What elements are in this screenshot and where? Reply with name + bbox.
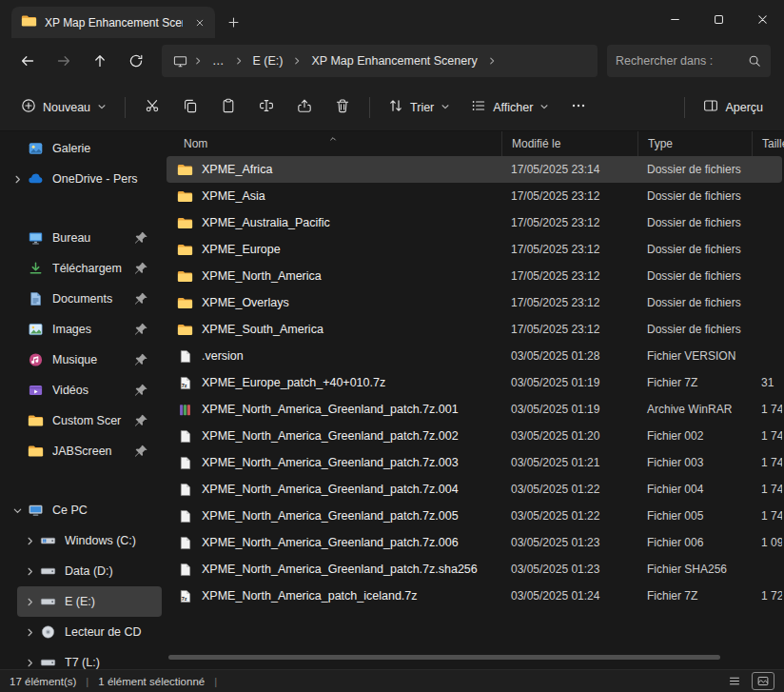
file-name: XPME_South_America [202, 323, 323, 336]
file-type: Dossier de fichiers [637, 216, 752, 229]
close-button[interactable] [740, 0, 784, 38]
chevron-down-icon[interactable] [10, 505, 26, 516]
search-box[interactable] [607, 45, 771, 77]
sidebar-item-t7-l[interactable]: T7 (L:) [17, 647, 162, 669]
file-name: XPME_Africa [202, 163, 272, 176]
file-row[interactable]: 7zXPME_Europe_patch_+40+010.7z03/05/2025… [167, 369, 782, 396]
file-name: XPME_North_America_Greenland_patch.7z.00… [202, 456, 459, 469]
sidebar-item-vid-os[interactable]: Vidéos [5, 375, 162, 405]
maximize-button[interactable] [696, 0, 740, 38]
breadcrumb-ellipsis[interactable]: … [206, 49, 231, 72]
new-button[interactable]: Nouveau [11, 90, 116, 125]
chevron-right-icon[interactable] [10, 174, 26, 185]
sidebar-item-e-e[interactable]: E (E:) [17, 586, 162, 617]
view-list-icon [471, 98, 486, 116]
sidebar-item-images[interactable]: Images [5, 314, 162, 345]
column-header-size[interactable]: Taille [752, 131, 784, 156]
navigation-bar: … E (E:) XP Map Enhancement Scenery [0, 38, 784, 84]
forward-button[interactable] [46, 44, 82, 78]
minimize-button[interactable] [653, 0, 696, 38]
chevron-right-icon[interactable] [22, 566, 38, 577]
delete-button[interactable] [324, 90, 361, 125]
file-row[interactable]: XPME_North_America_Greenland_patch.7z.00… [167, 476, 782, 503]
file-area: Nom Modifié le Type Taille XPME_Africa17… [167, 131, 784, 669]
address-bar[interactable]: … E (E:) XP Map Enhancement Scenery [162, 45, 598, 77]
sidebar-item-bureau[interactable]: Bureau [5, 223, 162, 253]
sidebar-item-ce-pc[interactable]: Ce PC [5, 495, 162, 525]
sidebar-group: BureauTéléchargemDocumentsImagesMusiqueV… [0, 223, 167, 466]
pin-icon [131, 230, 150, 246]
explorer-tab[interactable]: XP Map Enhancement Scenery [11, 7, 215, 38]
horizontal-scrollbar[interactable] [168, 655, 720, 660]
file-name-cell: XPME_Australia_Pacific [167, 216, 501, 230]
cut-button[interactable] [134, 90, 170, 125]
file-row[interactable]: XPME_North_America_Greenland_patch.7z.00… [167, 529, 782, 556]
paste-button[interactable] [210, 90, 246, 125]
more-options-button[interactable] [560, 90, 597, 125]
file-row[interactable]: 7zXPME_North_America_patch_iceland.7z03/… [167, 583, 782, 609]
sidebar-item-data-d[interactable]: Data (D:) [17, 556, 162, 586]
sidebar-item-label: E (E:) [65, 595, 158, 608]
file-type: Fichier 002 [637, 429, 752, 443]
new-tab-button[interactable] [219, 8, 247, 36]
pin-icon [131, 444, 150, 459]
sidebar-item-galerie[interactable]: Galerie [5, 133, 162, 164]
sort-button-label: Trier [410, 101, 434, 114]
sidebar-item-lecteur-de-cd[interactable]: Lecteur de CD [17, 617, 162, 647]
sidebar-item-documents[interactable]: Documents [5, 284, 162, 314]
rename-button[interactable] [248, 90, 284, 125]
file-row[interactable]: XPME_Overlays17/05/2025 23:12Dossier de … [167, 289, 782, 316]
file-name-cell: XPME_North_America [167, 269, 501, 284]
file-row[interactable]: .version03/05/2025 01:28Fichier VERSION [167, 343, 782, 369]
breadcrumb-folder[interactable]: XP Map Enhancement Scenery [304, 49, 483, 72]
search-input[interactable] [616, 54, 747, 68]
details-view-button[interactable] [723, 672, 746, 690]
view-button[interactable]: Afficher [461, 90, 559, 125]
sidebar-item-custom-scer[interactable]: Custom Scer [5, 405, 162, 436]
tab-title: XP Map Enhancement Scenery [45, 16, 183, 30]
copy-button[interactable] [172, 90, 208, 125]
chevron-right-icon[interactable] [22, 658, 38, 668]
sort-button[interactable]: Trier [379, 90, 460, 125]
up-button[interactable] [82, 44, 118, 78]
preview-button[interactable]: Aperçu [694, 90, 773, 125]
share-button[interactable] [286, 90, 323, 125]
file-row[interactable]: XPME_North_America_Greenland_patch.7z.00… [167, 503, 782, 529]
file-row[interactable]: XPME_Africa17/05/2025 23:14Dossier de fi… [167, 156, 782, 183]
column-header-name[interactable]: Nom [167, 131, 501, 156]
file-row[interactable]: XPME_Europe17/05/2025 23:12Dossier de fi… [167, 236, 782, 263]
large-icons-view-button[interactable] [752, 672, 774, 690]
breadcrumb-drive[interactable]: E (E:) [246, 49, 290, 72]
tab-close-icon[interactable] [190, 13, 209, 32]
file-row[interactable]: XPME_North_America_Greenland_patch.7z.00… [167, 423, 782, 449]
sidebar-item-windows-c[interactable]: Windows (C:) [17, 525, 162, 556]
sidebar-item-t-l-chargem[interactable]: Téléchargem [5, 253, 162, 284]
chevron-right-icon[interactable] [22, 536, 38, 546]
chevron-right-icon[interactable] [22, 597, 38, 607]
sort-ascending-icon [328, 132, 338, 146]
file-row[interactable]: XPME_Asia17/05/2025 23:12Dossier de fich… [167, 183, 782, 209]
file-name: XPME_North_America_Greenland_patch.7z.00… [202, 429, 459, 443]
chevron-right-icon[interactable] [22, 627, 38, 638]
file-row[interactable]: XPME_North_America17/05/2025 23:12Dossie… [167, 263, 782, 289]
folder-icon [21, 14, 37, 30]
sidebar-item-jabscreen[interactable]: JABScreen [5, 436, 162, 466]
column-header-modified[interactable]: Modifié le [501, 131, 637, 156]
file-type: Dossier de fichiers [637, 163, 752, 176]
file-row[interactable]: XPME_North_America_Greenland_patch.7z.00… [167, 449, 782, 476]
refresh-button[interactable] [118, 44, 154, 78]
sidebar-item-label: Data (D:) [65, 564, 158, 578]
sidebar-item-musique[interactable]: Musique [5, 345, 162, 375]
file-row[interactable]: XPME_Australia_Pacific17/05/2025 23:12Do… [167, 209, 782, 236]
preview-pane-icon [703, 98, 718, 116]
back-button[interactable] [10, 44, 46, 78]
sidebar-item-label: Lecteur de CD [65, 625, 158, 639]
drive-icon [38, 563, 57, 579]
file-row[interactable]: XPME_North_America_Greenland_patch.7z.00… [167, 396, 782, 423]
drive-icon [38, 594, 57, 609]
column-header-type[interactable]: Type [637, 131, 752, 156]
file-row[interactable]: XPME_North_America_Greenland_patch.7z.sh… [167, 556, 782, 583]
file-size: 1 728 [752, 589, 782, 603]
file-row[interactable]: XPME_South_America17/05/2025 23:12Dossie… [167, 316, 782, 343]
sidebar-item-onedrive-pers[interactable]: OneDrive - Pers [5, 164, 162, 194]
